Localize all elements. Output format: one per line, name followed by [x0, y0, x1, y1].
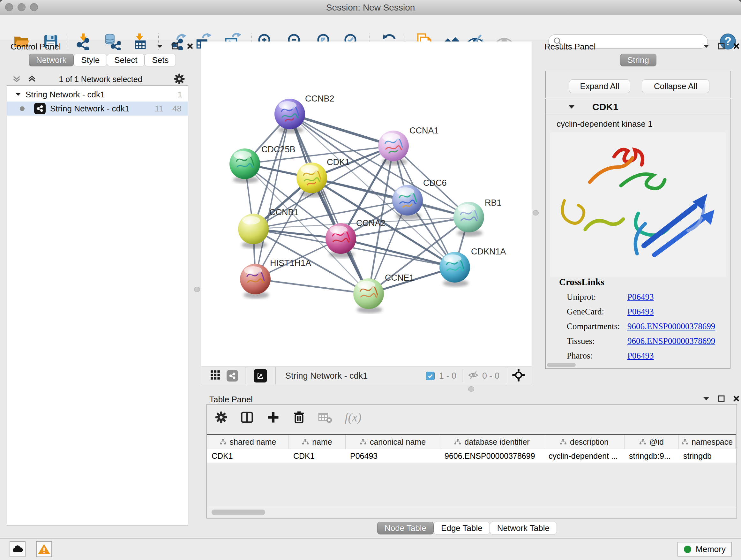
network-node-RB1[interactable]: RB1 [454, 198, 502, 237]
crosslink-row: Compartments: 9606.ENSP00000378699 [567, 319, 726, 334]
crosslinks-title: CrossLinks [559, 277, 604, 287]
network-node-CDKN1A[interactable]: CDKN1A [440, 247, 506, 287]
collapse-entry-icon[interactable] [568, 105, 575, 110]
right-splitter-handle[interactable] [533, 210, 539, 215]
delete-table-icon-disabled [318, 411, 333, 424]
control-panel-tabs: Network Style Select Sets [29, 54, 176, 66]
control-panel-title: Control Panel [10, 42, 61, 52]
column-header-databaseidentifier[interactable]: database identifier [440, 435, 544, 449]
network-collection-row[interactable]: String Network - cdk1 1 [7, 85, 188, 102]
selected-nodes-checkbox[interactable] [426, 372, 434, 380]
column-header-namespace[interactable]: namespace [679, 435, 736, 449]
network-row-selected[interactable]: String Network - cdk1 11 48 [7, 102, 188, 116]
warnings-button[interactable] [36, 541, 52, 557]
crosslinks-list: Uniprot: P06493 GeneCard: P06493 Compart… [567, 290, 726, 363]
crosslink-value-link[interactable]: 9606.ENSP00000378699 [627, 321, 715, 331]
expand-all-button[interactable]: Expand All [569, 79, 630, 93]
delete-column-trash-icon[interactable] [292, 411, 306, 424]
memory-label: Memory [696, 544, 726, 554]
left-splitter-handle[interactable] [194, 287, 200, 292]
node-label-RB1: RB1 [485, 198, 502, 207]
table-cell[interactable]: stringdb [679, 451, 736, 461]
crosslink-value-link[interactable]: P06493 [627, 351, 654, 361]
network-node-HIST1H1A[interactable]: HIST1H1A [240, 258, 311, 299]
column-header-id[interactable]: @id [624, 435, 679, 449]
string-network-icon [34, 103, 46, 114]
node-label-CDC25B: CDC25B [261, 145, 295, 154]
panel-menu-icon[interactable] [703, 44, 710, 49]
cloud-icon [12, 545, 23, 553]
column-header-name[interactable]: name [289, 435, 346, 449]
table-cell[interactable]: cyclin-dependent ... [544, 451, 624, 461]
horizontal-splitter-handle[interactable] [468, 386, 474, 392]
network-canvas[interactable]: CCNB2CCNA1CDC25BCDK1CDC6RB1CCNB1CCNA2CDK… [201, 42, 532, 367]
node-label-CCNB1: CCNB1 [269, 207, 299, 217]
collapse-all-icon[interactable] [12, 74, 21, 84]
tab-edge-table[interactable]: Edge Table [434, 522, 490, 535]
add-column-plus-icon[interactable] [266, 410, 280, 424]
column-header-description[interactable]: description [544, 435, 624, 449]
gene-section-header[interactable]: CDK1 [546, 99, 730, 115]
column-type-icon [302, 439, 309, 445]
tab-network-table[interactable]: Network Table [490, 522, 557, 535]
network-options-gear-icon[interactable] [173, 73, 185, 86]
results-scrollbar-thumb[interactable] [547, 363, 576, 367]
tab-style[interactable]: Style [74, 54, 107, 66]
network-edge-CCNB2-HIST1H1A[interactable] [255, 114, 290, 279]
collection-label: String Network - cdk1 [25, 90, 105, 100]
open-view-icon[interactable] [254, 369, 267, 382]
table-hscrollbar-thumb[interactable] [212, 509, 265, 515]
crosslink-value-link[interactable]: P06493 [627, 292, 654, 302]
table-cell[interactable]: P06493 [346, 451, 440, 461]
tab-sets[interactable]: Sets [145, 54, 176, 66]
tree-expand-icon[interactable] [15, 92, 21, 97]
crosslink-label: Tissues: [567, 336, 627, 346]
cloud-status-button[interactable] [10, 541, 25, 557]
expand-all-icon[interactable] [27, 74, 37, 84]
hidden-eye-slash-icon [468, 370, 479, 381]
crosslink-value-link[interactable]: 9606.ENSP00000378699 [627, 336, 715, 346]
table-panel-header-icons [703, 395, 740, 402]
network-edge-CCNB2-CCNA1[interactable] [290, 114, 394, 146]
pan-crosshair-icon[interactable] [512, 368, 525, 383]
tab-select[interactable]: Select [107, 54, 145, 66]
import-network-database-icon[interactable] [103, 32, 121, 51]
table-cell[interactable]: CDK1 [207, 451, 289, 461]
close-panel-icon[interactable] [187, 43, 193, 50]
panel-menu-icon[interactable] [156, 44, 163, 49]
import-network-file-icon[interactable] [74, 32, 93, 51]
column-type-icon [560, 439, 567, 445]
table-row[interactable]: CDK1CDK1P064939606.ENSP00000378699cyclin… [207, 449, 736, 462]
tab-string[interactable]: String [620, 54, 657, 66]
birdseye-grid-icon[interactable] [210, 370, 221, 382]
table-hscrollbar[interactable] [207, 508, 736, 516]
float-panel-icon[interactable] [718, 395, 725, 402]
node-label-HIST1H1A: HIST1H1A [270, 258, 311, 268]
column-header-sharedname[interactable]: shared name [207, 435, 289, 449]
crosslink-value-link[interactable]: P06493 [627, 307, 654, 317]
tab-network[interactable]: Network [29, 54, 74, 66]
memory-button[interactable]: Memory [677, 542, 732, 557]
table-body: CDK1CDK1P064939606.ENSP00000378699cyclin… [207, 449, 736, 462]
show-columns-icon[interactable] [240, 410, 254, 424]
panel-menu-icon[interactable] [703, 396, 710, 401]
close-panel-icon[interactable] [733, 395, 740, 402]
column-header-canonicalname[interactable]: canonical name [346, 435, 440, 449]
network-tree-panel: String Network - cdk1 1 String Network -… [7, 85, 188, 526]
float-panel-icon[interactable] [172, 43, 179, 50]
node-label-CDC6: CDC6 [423, 178, 447, 188]
node-table: shared namenamecanonical namedatabase id… [207, 434, 736, 462]
import-table-icon[interactable] [131, 32, 149, 51]
table-cell[interactable]: CDK1 [289, 451, 346, 461]
close-panel-icon[interactable] [733, 43, 740, 50]
network-edge-HIST1H1A-CCNE1[interactable] [255, 279, 368, 294]
node-label-CCNA2: CCNA2 [356, 219, 386, 228]
float-panel-icon[interactable] [718, 43, 725, 50]
collapse-all-button[interactable]: Collapse All [642, 79, 710, 93]
crosslink-row: Pharos: P06493 [567, 348, 726, 363]
table-cell[interactable]: 9606.ENSP00000378699 [440, 451, 544, 461]
tab-node-table[interactable]: Node Table [377, 522, 434, 535]
table-options-gear-icon[interactable] [214, 411, 228, 424]
table-cell[interactable]: stringdb:9... [624, 451, 679, 461]
column-type-icon [454, 439, 461, 445]
